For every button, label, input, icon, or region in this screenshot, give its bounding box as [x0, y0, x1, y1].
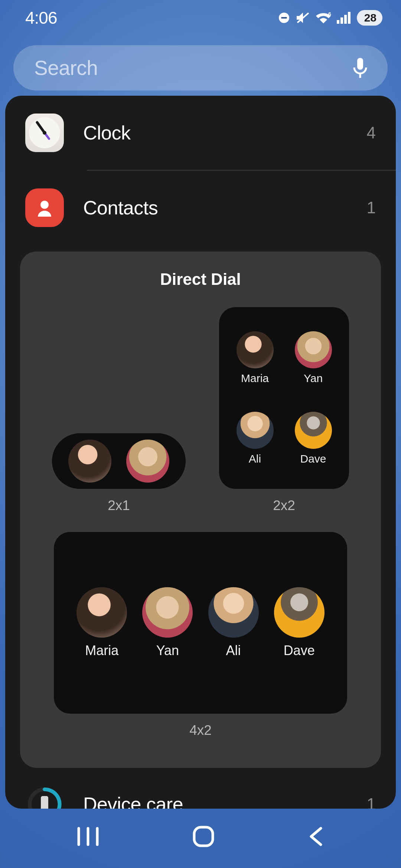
battery-level: 28: [364, 11, 376, 24]
widget-cell: Maria: [226, 318, 284, 398]
app-row-device-care[interactable]: Device care 1: [5, 778, 396, 809]
svg-point-12: [43, 131, 46, 135]
direct-dial-title: Direct Dial: [35, 270, 366, 289]
app-row-contacts[interactable]: Contacts 1: [5, 171, 396, 245]
widget-4x2[interactable]: Maria Yan Ali Dave: [54, 532, 347, 714]
svg-point-13: [40, 201, 49, 209]
home-button[interactable]: [191, 824, 216, 849]
widget-2x2[interactable]: Maria Yan Ali Dave: [219, 307, 349, 489]
widget-panel[interactable]: Clock 4 Contacts 1 Direct Dial 2x1 M: [5, 96, 396, 809]
dnd-icon: [278, 12, 290, 24]
contact-label: Maria: [85, 643, 118, 658]
mic-icon[interactable]: [351, 56, 369, 79]
contact-label: Yan: [156, 643, 179, 658]
widget-cell: Ali: [226, 398, 284, 479]
direct-dial-card: Direct Dial 2x1 Maria Yan Ali Dave 2x2: [20, 251, 381, 768]
search-placeholder: Search: [34, 56, 351, 80]
app-name-contacts: Contacts: [83, 197, 348, 219]
status-bar: 4:06 6 28: [0, 0, 401, 35]
widget-cell: Maria: [76, 587, 127, 658]
avatar: [76, 587, 127, 638]
direct-dial-row-top: 2x1 Maria Yan Ali Dave 2x2: [35, 307, 366, 513]
svg-rect-6: [344, 15, 347, 24]
widget-cell: Yan: [142, 587, 193, 658]
svg-rect-7: [348, 12, 351, 24]
avatar: [237, 412, 274, 449]
app-count-contacts: 1: [367, 198, 376, 217]
svg-rect-19: [194, 827, 213, 846]
app-name-device-care: Device care: [83, 793, 348, 809]
wifi-icon: 6: [315, 11, 332, 24]
widget-col-2x2: Maria Yan Ali Dave 2x2: [219, 307, 349, 513]
avatar: [274, 587, 325, 638]
direct-dial-row-bottom: Maria Yan Ali Dave 4x2: [35, 532, 366, 738]
widget-size-label: 2x2: [273, 498, 295, 513]
avatar: [237, 331, 274, 368]
avatar: [295, 412, 332, 449]
widget-cell: Dave: [274, 587, 325, 658]
back-button[interactable]: [306, 825, 326, 848]
device-care-icon: [25, 785, 64, 809]
avatar: [142, 587, 193, 638]
contact-label: Ali: [226, 643, 241, 658]
svg-rect-4: [337, 20, 339, 24]
svg-line-10: [37, 122, 45, 133]
widget-col-2x1: 2x1: [52, 433, 186, 513]
widget-cell: Yan: [284, 318, 342, 398]
app-count-device-care: 1: [367, 795, 376, 809]
mute-icon: [295, 11, 310, 24]
clock-icon: [25, 114, 64, 152]
svg-rect-8: [357, 58, 363, 70]
signal-icon: [337, 12, 352, 24]
contact-label: Dave: [284, 643, 315, 658]
svg-rect-15: [41, 796, 48, 809]
widget-col-4x2: Maria Yan Ali Dave 4x2: [35, 532, 366, 738]
status-icons: 6 28: [278, 10, 382, 26]
contact-label: Dave: [300, 453, 326, 465]
search-bar[interactable]: Search: [13, 45, 388, 91]
avatar: [208, 587, 259, 638]
app-count-clock: 4: [367, 124, 376, 142]
widget-cell: Ali: [208, 587, 259, 658]
svg-rect-5: [340, 17, 343, 24]
widget-cell: Dave: [284, 398, 342, 479]
avatar: [68, 440, 111, 483]
avatar: [126, 440, 169, 483]
svg-rect-1: [281, 17, 287, 19]
recents-button[interactable]: [75, 825, 101, 848]
contacts-icon: [25, 188, 64, 227]
app-row-clock[interactable]: Clock 4: [5, 96, 396, 170]
contact-label: Maria: [241, 372, 269, 385]
nav-bar: [0, 816, 401, 868]
widget-size-label: 4x2: [189, 723, 212, 738]
app-name-clock: Clock: [83, 122, 348, 144]
status-time: 4:06: [25, 8, 57, 28]
avatar: [295, 331, 332, 368]
svg-text:6: 6: [328, 11, 331, 17]
widget-size-label: 2x1: [108, 498, 130, 513]
battery-pill: 28: [357, 10, 382, 26]
contact-label: Yan: [304, 372, 323, 385]
widget-2x1[interactable]: [52, 433, 186, 489]
contact-label: Ali: [249, 453, 261, 465]
